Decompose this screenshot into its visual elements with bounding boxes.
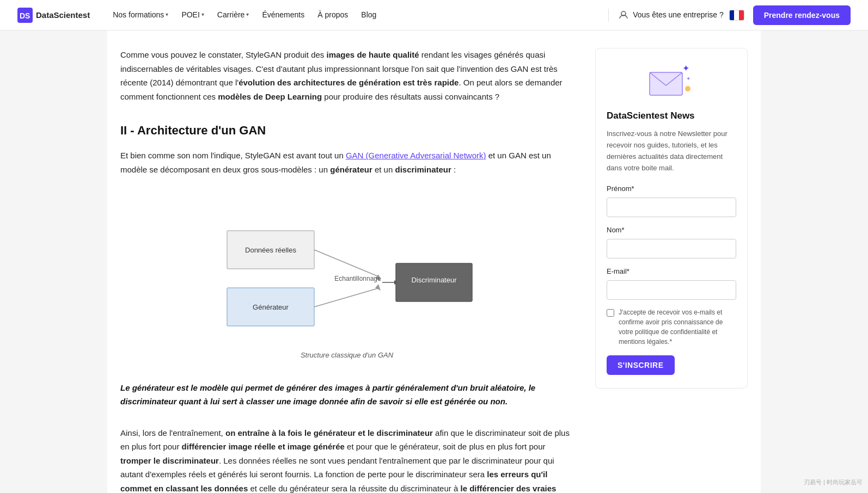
svg-line-7	[314, 250, 380, 277]
cta-button[interactable]: Prendre rendez-vous	[753, 5, 851, 25]
nav-item-carriere[interactable]: Carrière ▾	[212, 5, 255, 24]
svg-text:DS: DS	[20, 11, 30, 20]
svg-text:Echantillonnage: Echantillonnage	[334, 275, 381, 282]
svg-text:Discriminateur: Discriminateur	[411, 276, 457, 284]
logo[interactable]: DS DataScientest	[17, 8, 90, 23]
prenom-label: Prénom*	[607, 183, 736, 195]
chevron-down-icon: ▾	[201, 10, 204, 19]
nav-divider	[608, 9, 609, 22]
chevron-down-icon: ▾	[246, 10, 249, 19]
nav-links: Nos formations ▾ POEI ▾ Carrière ▾ Événe…	[107, 5, 604, 24]
consent-label: J'accepte de recevoir vos e-mails et con…	[619, 307, 736, 347]
gan-link[interactable]: GAN (Generative Adversarial Network)	[346, 151, 486, 160]
chevron-down-icon: ▾	[166, 10, 168, 19]
sidebar: ✦ ✦ DataScientest News Inscrivez-vous à …	[595, 48, 748, 493]
nav-item-poei[interactable]: POEI ▾	[176, 5, 209, 24]
gan-diagram-container: Données réelles Générateur Echantillonna…	[120, 192, 573, 374]
section-title: II - Architecture d'un GAN	[120, 121, 573, 140]
svg-text:Données réelles: Données réelles	[245, 246, 296, 254]
nav-item-evenements[interactable]: Événements	[256, 5, 310, 24]
nav-item-blog[interactable]: Blog	[356, 5, 382, 24]
nom-input[interactable]	[607, 239, 736, 258]
newsletter-desc: Inscrivez-vous à notre Newsletter pour r…	[607, 128, 736, 174]
consent-checkbox[interactable]	[607, 309, 614, 317]
page-container: Comme vous pouvez le constater, StyleGAN…	[107, 30, 761, 493]
newsletter-title: DataScientest News	[607, 108, 736, 123]
svg-text:✦: ✦	[682, 64, 689, 73]
nom-group: Nom*	[607, 225, 736, 258]
consent-group: J'accepte de recevoir vos e-mails et con…	[607, 307, 736, 347]
svg-text:Générateur: Générateur	[253, 303, 289, 311]
section-intro: Et bien comme son nom l'indique, StyleGA…	[120, 149, 573, 176]
subscribe-button[interactable]: S'INSCRIRE	[607, 355, 675, 375]
email-group: E-mail*	[607, 266, 736, 300]
email-label: E-mail*	[607, 266, 736, 278]
nav-enterprise[interactable]: Vous êtes une entreprise ?	[613, 5, 729, 24]
svg-line-9	[314, 288, 380, 307]
navbar: DS DataScientest Nos formations ▾ POEI ▾…	[0, 0, 868, 30]
body-text-1: Ainsi, lors de l'entraînement, on entraî…	[120, 426, 573, 493]
prenom-group: Prénom*	[607, 183, 736, 217]
diagram-caption: Structure classique d'un GAN	[301, 350, 393, 361]
email-input[interactable]	[607, 280, 736, 300]
logo-icon: DS	[17, 8, 33, 23]
quote-block: Le générateur est le modèle qui permet d…	[120, 379, 573, 411]
nav-item-formations[interactable]: Nos formations ▾	[107, 5, 174, 24]
newsletter-card: ✦ ✦ DataScientest News Inscrivez-vous à …	[595, 48, 748, 389]
intro-paragraph: Comme vous pouvez le constater, StyleGAN…	[120, 48, 573, 103]
newsletter-icon-area: ✦ ✦	[607, 61, 736, 100]
nom-label: Nom*	[607, 225, 736, 236]
flag-france[interactable]	[729, 10, 744, 21]
svg-marker-10	[375, 284, 381, 291]
gan-diagram: Données réelles Générateur Echantillonna…	[204, 192, 490, 344]
svg-text:✦: ✦	[686, 76, 690, 82]
main-content: Comme vous pouvez le constater, StyleGAN…	[120, 48, 573, 493]
enterprise-icon	[619, 10, 628, 20]
nav-item-apropos[interactable]: À propos	[312, 5, 353, 24]
svg-point-19	[685, 86, 690, 91]
watermark: 刃易号 | 时尚玩家岳可	[804, 478, 863, 488]
gan-diagram-svg: Données réelles Générateur Echantillonna…	[211, 198, 483, 334]
prenom-input[interactable]	[607, 198, 736, 217]
newsletter-icon: ✦ ✦	[647, 61, 696, 100]
